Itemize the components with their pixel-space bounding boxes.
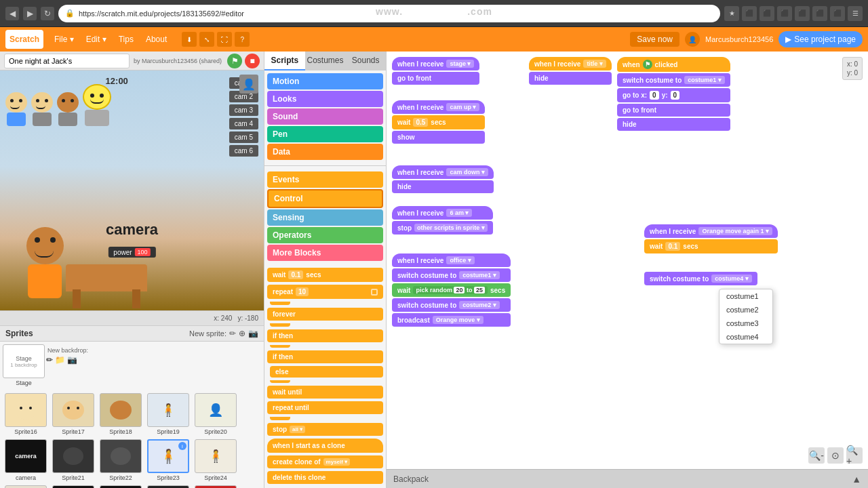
category-sensing[interactable]: Sensing [267,209,383,226]
block-hide-title[interactable]: hide [529,72,612,85]
back-button[interactable]: ◀ [5,7,19,20]
block-when-orange-move[interactable]: when I receive Orange move again 1 ▾ [644,224,778,238]
block-when-receive-cam-up[interactable]: when I receive cam up ▾ [392,100,485,114]
save-now-button[interactable]: Save now [630,32,679,47]
list-item[interactable]: Sprite16 [3,392,49,436]
tab-sounds[interactable]: Sounds [345,52,386,70]
see-project-button[interactable]: ▶ See project page [778,31,863,47]
help-icon[interactable]: ? [235,32,250,47]
block-show-cam-up[interactable]: show [392,131,485,144]
fullscreen-icon[interactable]: ⛶ [217,32,232,47]
category-more-blocks[interactable]: More Blocks [267,245,383,261]
block-switch-costume-flag[interactable]: switch costume to costume1 ▾ [617,73,730,87]
import-icon[interactable]: ⬇ [182,32,197,47]
block-hide-cam-down[interactable]: hide [392,180,494,193]
list-item[interactable]: 👥 Sprite25 [3,484,49,488]
list-item[interactable]: camera camera [3,438,49,483]
stop-button[interactable]: ■ [245,54,260,68]
camera-tool[interactable]: 📷 [248,329,258,338]
category-data[interactable]: Data [267,144,383,160]
zoom-in-button[interactable]: 🔍+ [846,447,863,464]
block-when-clone[interactable]: when I start as a clone [267,439,383,453]
category-operators[interactable]: Operators [267,227,383,243]
backdrop-paint-tool[interactable]: ✏ [46,355,53,365]
block-create-clone[interactable]: create clone of myself ▾ [267,455,383,468]
block-wait-orange[interactable]: wait 0.1 secs [644,239,778,253]
block-when-green-flag[interactable]: when ⚑ clicked [617,57,730,72]
block-wait-random[interactable]: wait pick random 20 to 25 secs [392,283,511,297]
block-broadcast-orange[interactable]: broadcast Orange move ▾ [392,313,511,327]
block-stop[interactable]: stop all ▾ [267,423,383,436]
forward-button[interactable]: ▶ [23,7,37,20]
block-hide-flag[interactable]: hide [617,118,730,131]
backdrop-import-tool[interactable]: 📁 [55,355,65,365]
tab-costumes[interactable]: Costumes [305,52,346,70]
block-repeat[interactable]: repeat 10 [267,285,383,299]
block-switch-costume4[interactable]: switch costume to costume4 ▾ [644,272,757,285]
category-motion[interactable]: Motion [267,73,383,89]
list-item[interactable]: cam 1 Sprite26 [50,484,96,488]
list-item[interactable]: Sprite17 [50,392,96,436]
block-forever[interactable]: forever [267,308,383,321]
block-go-to-front-flag[interactable]: go to front [617,104,730,117]
block-go-to-xy[interactable]: go to x: 0 y: 0 [617,88,730,102]
list-item[interactable]: 🧍 i Sprite23 [145,438,191,483]
ext-btn3[interactable]: ⬛ [777,6,792,21]
url-bar[interactable]: 🔒 https://scratch.mit.edu/projects/18313… [58,5,720,22]
category-looks[interactable]: Looks [267,91,383,107]
category-sound[interactable]: Sound [267,108,383,125]
paint-tool[interactable]: ✏ [229,329,236,338]
block-wait-until[interactable]: wait until [267,386,383,399]
costume-option-3[interactable]: costume3 [719,317,772,330]
block-stop-6am[interactable]: stop other scripts in sprite ▾ [392,221,493,235]
block-delete-clone[interactable]: delete this clone [267,471,383,484]
block-when-receive-title[interactable]: when I receive title ▾ [529,57,612,70]
ext-btn5[interactable]: ⬛ [812,6,827,21]
menu-about[interactable]: About [140,32,172,47]
backdrop-camera-tool[interactable]: 📷 [67,355,77,365]
category-pen[interactable]: Pen [267,126,383,142]
block-repeat-until[interactable]: repeat until [267,401,383,414]
project-title-input[interactable] [4,54,130,68]
stage-indicator[interactable]: Stage 1 backdrop Stage [3,344,45,386]
ext-btn6[interactable]: ⬛ [830,6,845,21]
ext-btn2[interactable]: ⬛ [760,6,774,21]
tab-scripts[interactable]: Scripts [264,52,305,70]
resize-icon[interactable]: ⤡ [199,32,214,47]
menu-edit[interactable]: Edit ▾ [81,32,112,47]
category-control[interactable]: Control [267,189,383,208]
zoom-out-button[interactable]: 🔍- [808,447,825,464]
costume-option-2[interactable]: costume2 [719,303,772,317]
block-when-receive-6am[interactable]: when I receive 6 am ▾ [392,206,493,220]
ext-btn1[interactable]: ⬛ [742,6,757,21]
stamp-tool[interactable]: ⊕ [239,329,245,338]
costume-option-1[interactable]: costume1 [719,289,772,303]
list-item[interactable]: Sprite22 [98,438,144,483]
block-switch-costume-office[interactable]: switch costume to costume1 ▾ [392,268,511,282]
block-when-receive-office[interactable]: when I receive office ▾ [392,253,511,267]
list-item[interactable]: Sprite18 [98,392,144,436]
block-if[interactable]: if then [267,329,383,342]
list-item[interactable]: 🧍 Sprite19 [145,392,191,436]
list-item[interactable]: cam 2 Sprite27 [98,484,144,488]
block-switch-costume2[interactable]: switch costume to costume2 ▾ [392,298,511,312]
list-item[interactable]: Sprite29 [193,484,239,488]
block-when-receive-cam-down[interactable]: when I receive cam down ▾ [392,165,494,179]
bookmark-btn[interactable]: ★ [724,6,739,21]
block-wait-cam-up[interactable]: wait 0.5 secs [392,115,485,129]
block-when-receive-stage[interactable]: when I receive stage ▾ [392,57,479,70]
scripts-area[interactable]: when I receive stage ▾ go to front when … [387,52,868,469]
block-if-else[interactable]: if then [267,350,383,363]
category-events[interactable]: Events [267,171,383,188]
list-item[interactable]: 👤 Sprite20 [193,392,239,436]
green-flag-button[interactable]: ⚑ [227,54,242,68]
zoom-reset-button[interactable]: ⊙ [827,447,844,464]
block-wait[interactable]: wait 0.1 secs [267,268,383,282]
list-item[interactable]: 🧍 Sprite24 [193,438,239,483]
backpack-bar[interactable]: Backpack ▲ [387,469,868,488]
block-go-to-front-1[interactable]: go to front [392,72,479,85]
list-item[interactable]: Mute call Sprite28 [145,484,191,488]
ext-btn4[interactable]: ⬛ [795,6,810,21]
reload-button[interactable]: ↻ [41,7,54,20]
costume-option-4[interactable]: costume4 [719,330,772,344]
